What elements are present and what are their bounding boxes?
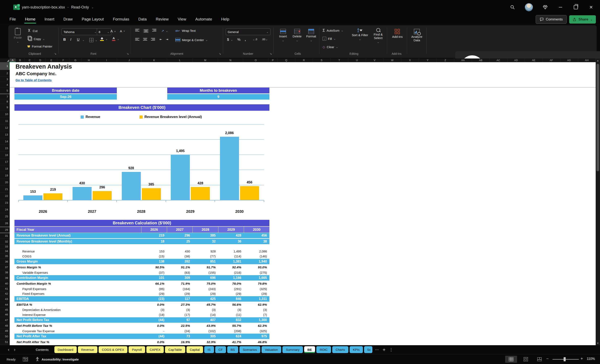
cell-value[interactable]: (14) (192, 312, 218, 317)
font-size-combo[interactable]: 8⌄ (97, 28, 111, 35)
cut-button[interactable]: Cut (27, 29, 38, 33)
paste-button[interactable]: Paste ⌄ (11, 28, 24, 43)
new-sheet-button[interactable]: + (381, 347, 387, 353)
fiscal-year-header-row[interactable]: Fiscal Year20262027202820292030 (14, 227, 269, 233)
menu-tab-insert[interactable]: Insert (44, 16, 55, 22)
cell-value[interactable]: - (141, 328, 167, 333)
vertical-scrollbar[interactable]: ▲ ▼ (596, 58, 600, 345)
cell-value[interactable]: 407 (192, 317, 218, 323)
row-header-11[interactable]: 11 (0, 118, 10, 124)
row-label[interactable]: Net Profit After Tax (17, 334, 46, 339)
vertical-scroll-thumb[interactable] (597, 64, 599, 171)
column-header-t[interactable]: T (331, 58, 348, 62)
cell-value[interactable]: 71.9% (167, 281, 192, 286)
format-painter-button[interactable]: Format Painter (27, 45, 52, 48)
table-row-interest-expense[interactable]: Interest Expense(18)(17)(14)(11)(7) (14, 312, 269, 317)
cell-value[interactable]: 93.0% (244, 265, 269, 270)
cell-value[interactable]: 91.1% (167, 265, 192, 270)
cell-value[interactable]: (155) (192, 270, 218, 275)
cell-value[interactable]: 117 (167, 296, 192, 302)
underline-button[interactable]: U (77, 38, 79, 42)
column-header-k[interactable]: K (141, 58, 167, 62)
table-row-net-profit-before-tax[interactable]: Net Profit Before Tax %0.0%22.5%43.9%55.… (14, 323, 269, 328)
cell-value[interactable]: 36 (218, 239, 244, 244)
column-header-v[interactable]: V (366, 58, 384, 62)
breakeven-date-header[interactable]: Breakeven date (14, 88, 117, 93)
cell-value[interactable]: 305 (192, 334, 218, 339)
sheet-tab-summary[interactable]: Summary (282, 346, 303, 353)
menu-tab-page-layout[interactable]: Page Layout (81, 16, 104, 22)
share-button[interactable]: Share ⌄ (569, 15, 596, 24)
add-ins-button[interactable]: Add-ins (389, 29, 406, 38)
cell-value[interactable]: (17) (167, 312, 192, 317)
sheet-tab-sc[interactable]: Sc (364, 346, 372, 353)
cell-value[interactable]: 425 (192, 296, 218, 302)
column-header-j[interactable]: J (117, 58, 141, 62)
row-label[interactable]: Interest Expense (22, 312, 46, 317)
autosum-button[interactable]: Σ AutoSum⌄ (323, 28, 343, 33)
page-layout-view-button[interactable] (520, 356, 532, 363)
row-header-33[interactable]: 33 (0, 245, 10, 249)
cell-value[interactable]: (37) (141, 270, 167, 275)
table-row-depreciation-amortization[interactable]: Depreciation & Amortization(3)(3)(3)(3)(… (14, 307, 269, 312)
analyze-data-button[interactable]: Analyze Data (408, 29, 425, 42)
restore-button[interactable] (573, 4, 579, 10)
row-header-38[interactable]: 38 (0, 270, 10, 275)
cell-value[interactable]: (275) (244, 270, 269, 275)
sheet-tab-kpis[interactable]: KPIs (350, 346, 363, 353)
cell-value[interactable]: 1,495 (218, 249, 244, 254)
column-header-b[interactable]: B (16, 58, 25, 62)
row-header-47[interactable]: 47 (0, 317, 10, 323)
cell-value[interactable]: 456 (244, 233, 269, 238)
row-label[interactable]: Gross Margin % (17, 265, 41, 270)
zoom-slider-track[interactable] (553, 359, 579, 360)
row-header-50[interactable]: 50 (0, 333, 10, 339)
row-header-34[interactable]: 34 (0, 249, 10, 254)
column-header-x[interactable]: X (401, 58, 419, 62)
row-header-9[interactable]: 9 (0, 104, 10, 111)
row-header-5[interactable]: 5 (0, 88, 10, 94)
cell-value[interactable]: 309 (167, 275, 192, 281)
row-header-19[interactable]: 19 (0, 172, 10, 179)
row-label[interactable]: Revenue Breakeven level (Monthly) (17, 239, 72, 244)
row-header-25[interactable]: 25 (0, 213, 10, 220)
font-color-button[interactable]: A⌄ (112, 37, 119, 41)
column-header-m[interactable]: M (193, 58, 218, 62)
row-label[interactable]: Net Profit Before Tax (17, 317, 49, 323)
row-label[interactable]: Revenue Breakeven level (Annual) (17, 233, 71, 238)
cell-value[interactable]: 38 (244, 239, 269, 244)
cell-value[interactable]: 75.0% (192, 281, 218, 286)
row-label[interactable]: Corporate Tax Expense (22, 328, 55, 333)
cell-value[interactable]: 296 (167, 233, 192, 238)
cell-value[interactable]: 1,166 (218, 275, 244, 281)
row-label[interactable]: Contribution Margin % (17, 281, 51, 286)
sheet-tab-revenue[interactable]: Revenue (78, 346, 97, 353)
cell-value[interactable]: 32.9% (192, 339, 218, 345)
row-header-29[interactable]: 29 (0, 227, 10, 233)
cell-value[interactable]: (83) (167, 270, 192, 275)
row-header-21[interactable]: 21 (0, 186, 10, 192)
fill-color-button[interactable]: ◆⌄ (100, 37, 108, 41)
column-header-y[interactable]: Y (419, 58, 437, 62)
cell-value[interactable]: 832 (218, 317, 244, 323)
cell-value[interactable]: 25 (167, 239, 192, 244)
cell-value[interactable]: 46.8% (244, 339, 269, 345)
currency-button[interactable]: $⌄ (227, 38, 233, 42)
column-header-p[interactable]: P (268, 58, 277, 62)
cell-value[interactable]: (216) (218, 270, 244, 275)
cell-value[interactable]: 32 (192, 239, 218, 244)
row-header-31[interactable]: 31 (0, 233, 10, 239)
cell-value[interactable]: (11) (218, 312, 244, 317)
cell-value[interactable]: 1,381 (218, 259, 244, 264)
normal-view-button[interactable] (505, 356, 517, 363)
accessibility-status[interactable]: Accessibility: Investigate (35, 357, 79, 362)
table-row-net-profit-after-tax[interactable]: Net Profit After Tax(44)73305624975 (14, 334, 269, 339)
increase-indent-button[interactable]: ⇥ (166, 38, 168, 41)
row-label[interactable]: Fiscal Year (17, 227, 34, 233)
cell-value[interactable]: (291) (218, 286, 244, 291)
cell-value[interactable]: 1,311 (244, 296, 269, 302)
column-header-s[interactable]: S (313, 58, 331, 62)
cell-value[interactable]: 90.5% (141, 265, 167, 270)
cell-value[interactable]: (325) (244, 328, 269, 333)
zoom-in-button[interactable]: + (581, 356, 583, 361)
